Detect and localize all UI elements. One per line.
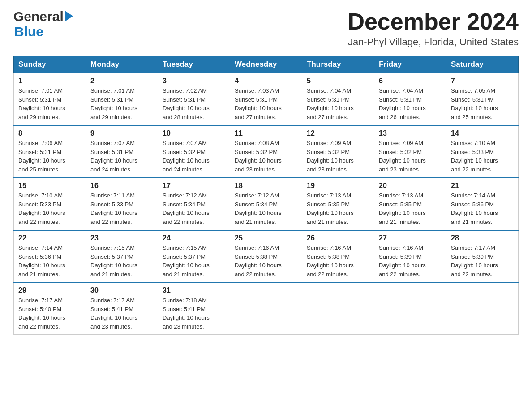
daylight-info: Daylight: 10 hours — [90, 314, 137, 321]
day-info: Sunrise: 7:07 AMSunset: 5:31 PMDaylight:… — [90, 139, 153, 174]
daylight-info: and 21 minutes. — [90, 271, 132, 278]
sunrise-info: Sunrise: 7:10 AM — [18, 192, 63, 199]
sunrise-info: Sunrise: 7:09 AM — [379, 140, 423, 146]
day-info: Sunrise: 7:04 AMSunset: 5:31 PMDaylight:… — [379, 86, 442, 121]
sunrise-info: Sunrise: 7:01 AM — [90, 87, 135, 94]
calendar-week-row: 8Sunrise: 7:06 AMSunset: 5:31 PMDaylight… — [14, 125, 519, 178]
sunset-info: Sunset: 5:35 PM — [307, 201, 350, 208]
logo-general-text: General — [13, 9, 64, 24]
daylight-info: Daylight: 10 hours — [163, 314, 210, 321]
daylight-info: Daylight: 10 hours — [18, 157, 65, 164]
day-number: 14 — [451, 129, 514, 137]
day-info: Sunrise: 7:07 AMSunset: 5:32 PMDaylight:… — [163, 139, 225, 174]
header-saturday: Saturday — [446, 56, 519, 73]
day-info: Sunrise: 7:17 AMSunset: 5:40 PMDaylight:… — [18, 296, 81, 331]
day-info: Sunrise: 7:15 AMSunset: 5:37 PMDaylight:… — [90, 244, 153, 278]
sunset-info: Sunset: 5:36 PM — [451, 201, 494, 208]
day-info: Sunrise: 7:12 AMSunset: 5:34 PMDaylight:… — [235, 191, 297, 226]
calendar-week-row: 22Sunrise: 7:14 AMSunset: 5:36 PMDayligh… — [14, 230, 519, 283]
day-number: 21 — [451, 182, 514, 190]
sunrise-info: Sunrise: 7:17 AM — [18, 297, 63, 304]
sunrise-info: Sunrise: 7:13 AM — [379, 192, 423, 199]
day-info: Sunrise: 7:09 AMSunset: 5:32 PMDaylight:… — [307, 139, 369, 174]
daylight-info: and 28 minutes. — [163, 114, 204, 120]
daylight-info: and 25 minutes. — [451, 114, 493, 120]
calendar-cell — [446, 283, 519, 335]
day-info: Sunrise: 7:05 AMSunset: 5:31 PMDaylight:… — [451, 86, 514, 121]
day-number: 15 — [18, 182, 81, 190]
daylight-info: Daylight: 10 hours — [163, 105, 210, 111]
sunrise-info: Sunrise: 7:07 AM — [90, 140, 135, 146]
sunrise-info: Sunrise: 7:03 AM — [235, 87, 279, 94]
day-number: 25 — [235, 234, 297, 242]
daylight-info: and 25 minutes. — [18, 166, 60, 173]
daylight-info: and 21 minutes. — [451, 218, 493, 225]
day-info: Sunrise: 7:01 AMSunset: 5:31 PMDaylight:… — [90, 86, 153, 121]
daylight-info: Daylight: 10 hours — [235, 105, 282, 111]
day-info: Sunrise: 7:16 AMSunset: 5:38 PMDaylight:… — [235, 244, 297, 278]
sunset-info: Sunset: 5:41 PM — [90, 306, 133, 313]
day-number: 29 — [18, 287, 81, 295]
calendar-cell: 2Sunrise: 7:01 AMSunset: 5:31 PMDaylight… — [86, 73, 158, 125]
sunset-info: Sunset: 5:39 PM — [379, 253, 422, 260]
day-info: Sunrise: 7:16 AMSunset: 5:39 PMDaylight:… — [379, 244, 442, 278]
calendar-cell: 22Sunrise: 7:14 AMSunset: 5:36 PMDayligh… — [14, 230, 86, 283]
daylight-info: Daylight: 10 hours — [379, 262, 426, 269]
sunrise-info: Sunrise: 7:14 AM — [18, 244, 63, 251]
header-wednesday: Wednesday — [230, 56, 302, 73]
sunrise-info: Sunrise: 7:04 AM — [307, 87, 351, 94]
sunset-info: Sunset: 5:32 PM — [235, 149, 278, 155]
sunrise-info: Sunrise: 7:12 AM — [235, 192, 279, 199]
sunset-info: Sunset: 5:31 PM — [307, 96, 350, 103]
day-number: 9 — [90, 129, 153, 137]
sunrise-info: Sunrise: 7:17 AM — [451, 244, 495, 251]
calendar-cell: 27Sunrise: 7:16 AMSunset: 5:39 PMDayligh… — [374, 230, 446, 283]
daylight-info: and 29 minutes. — [18, 114, 60, 120]
daylight-info: Daylight: 10 hours — [90, 210, 137, 216]
calendar-cell: 18Sunrise: 7:12 AMSunset: 5:34 PMDayligh… — [230, 178, 302, 230]
day-info: Sunrise: 7:14 AMSunset: 5:36 PMDaylight:… — [18, 244, 81, 278]
daylight-info: and 22 minutes. — [90, 218, 132, 225]
day-number: 8 — [18, 129, 81, 137]
sunset-info: Sunset: 5:33 PM — [451, 149, 494, 155]
sunrise-info: Sunrise: 7:16 AM — [379, 244, 423, 251]
sunset-info: Sunset: 5:32 PM — [163, 149, 206, 155]
sunrise-info: Sunrise: 7:15 AM — [90, 244, 135, 251]
sunset-info: Sunset: 5:31 PM — [18, 96, 61, 103]
sunset-info: Sunset: 5:39 PM — [451, 253, 494, 260]
calendar-cell: 31Sunrise: 7:18 AMSunset: 5:41 PMDayligh… — [158, 283, 230, 335]
daylight-info: and 24 minutes. — [90, 166, 132, 173]
calendar-cell: 15Sunrise: 7:10 AMSunset: 5:33 PMDayligh… — [14, 178, 86, 230]
calendar-cell: 19Sunrise: 7:13 AMSunset: 5:35 PMDayligh… — [302, 178, 374, 230]
sunset-info: Sunset: 5:31 PM — [379, 96, 422, 103]
day-number: 16 — [90, 182, 153, 190]
calendar-cell: 28Sunrise: 7:17 AMSunset: 5:39 PMDayligh… — [446, 230, 519, 283]
sunset-info: Sunset: 5:34 PM — [163, 201, 206, 208]
day-number: 17 — [163, 182, 225, 190]
day-number: 18 — [235, 182, 297, 190]
calendar-cell: 25Sunrise: 7:16 AMSunset: 5:38 PMDayligh… — [230, 230, 302, 283]
sunrise-info: Sunrise: 7:16 AM — [307, 244, 351, 251]
sunrise-info: Sunrise: 7:18 AM — [163, 297, 207, 304]
day-info: Sunrise: 7:12 AMSunset: 5:34 PMDaylight:… — [163, 191, 225, 226]
sunset-info: Sunset: 5:31 PM — [90, 96, 133, 103]
sunrise-info: Sunrise: 7:10 AM — [451, 140, 495, 146]
calendar-cell: 3Sunrise: 7:02 AMSunset: 5:31 PMDaylight… — [158, 73, 230, 125]
calendar-cell: 12Sunrise: 7:09 AMSunset: 5:32 PMDayligh… — [302, 125, 374, 178]
daylight-info: and 21 minutes. — [379, 218, 420, 225]
day-number: 5 — [307, 77, 369, 85]
daylight-info: and 22 minutes. — [18, 323, 60, 330]
daylight-info: Daylight: 10 hours — [451, 157, 498, 164]
calendar-cell: 30Sunrise: 7:17 AMSunset: 5:41 PMDayligh… — [86, 283, 158, 335]
sunrise-info: Sunrise: 7:17 AM — [90, 297, 135, 304]
logo-blue-text: Blue — [14, 24, 43, 39]
calendar-header-row: SundayMondayTuesdayWednesdayThursdayFrid… — [14, 56, 519, 73]
daylight-info: and 27 minutes. — [307, 114, 348, 120]
logo: General Blue — [13, 9, 73, 39]
sunset-info: Sunset: 5:31 PM — [451, 96, 494, 103]
sunset-info: Sunset: 5:32 PM — [379, 149, 422, 155]
day-info: Sunrise: 7:16 AMSunset: 5:38 PMDaylight:… — [307, 244, 369, 278]
daylight-info: and 26 minutes. — [379, 114, 420, 120]
day-number: 24 — [163, 234, 225, 242]
calendar-cell: 9Sunrise: 7:07 AMSunset: 5:31 PMDaylight… — [86, 125, 158, 178]
